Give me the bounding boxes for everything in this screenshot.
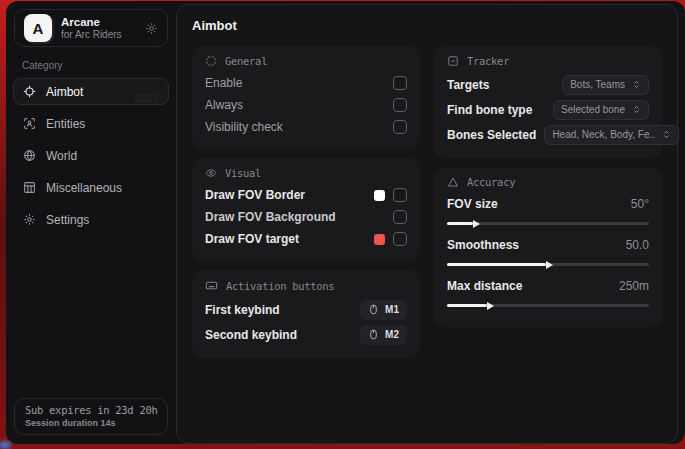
sidebar-item-label: Entities (46, 117, 85, 131)
entity-scan-icon (23, 117, 36, 130)
tracker-card: Tracker Targets Bots, Teams (434, 46, 662, 158)
setting-label: Second keybind (205, 328, 297, 342)
bones-selected-dropdown[interactable]: Head, Neck, Body, Fe.. (544, 125, 679, 145)
enable-checkbox[interactable] (393, 76, 407, 90)
mouse-icon (368, 304, 379, 315)
fov-target-checkbox[interactable] (393, 232, 407, 246)
sidebar-item-aimbot[interactable]: Aimbot (13, 78, 169, 105)
general-card: General Enable Always Visibility check (192, 46, 420, 149)
fov-target-color-swatch[interactable] (374, 234, 385, 245)
slider-fill (447, 222, 473, 225)
mouse-icon (368, 329, 379, 340)
sidebar: A Arcane for Arc Riders Category (6, 1, 176, 444)
slider-value: 50° (631, 197, 649, 211)
setting-label: Targets (447, 78, 489, 92)
setting-row-first-keybind: First keybind M1 (205, 297, 407, 322)
dashed-box-icon (205, 55, 217, 67)
sidebar-item-label: World (46, 149, 77, 163)
setting-row-fov-target: Draw FOV target (205, 228, 407, 250)
slider-group-max-distance: Max distance 250m (447, 275, 649, 307)
card-title: Visual (225, 167, 261, 179)
card-title: Activation buttons (226, 280, 334, 292)
dropdown-value: Head, Neck, Body, Fe.. (552, 129, 655, 140)
eye-icon (205, 167, 217, 179)
background-glint (0, 442, 10, 448)
setting-row-targets: Targets Bots, Teams (447, 72, 649, 97)
page-title: Aimbot (192, 18, 662, 33)
card-title: Accuracy (467, 176, 515, 188)
find-bone-type-dropdown[interactable]: Selected bone (553, 100, 649, 120)
smoothness-slider[interactable] (447, 263, 649, 266)
subscription-info-card: Sub expires in 23d 20h Session duration … (14, 398, 168, 435)
setting-row-find-bone-type: Find bone type Selected bone (447, 97, 649, 122)
keybind-value: M1 (385, 304, 399, 315)
scan-box-icon (447, 55, 459, 67)
first-keybind-button[interactable]: M1 (360, 300, 407, 320)
targets-dropdown[interactable]: Bots, Teams (562, 75, 649, 95)
crosshair-icon (23, 85, 36, 98)
setting-label: Always (205, 98, 243, 112)
setting-row-always: Always (205, 94, 407, 116)
fov-border-color-swatch[interactable] (374, 190, 385, 201)
expand-arrows-icon (632, 105, 641, 114)
app-title-block: Arcane for Arc Riders (61, 15, 122, 42)
slider-value: 250m (619, 279, 649, 293)
keyboard-icon (205, 279, 218, 292)
slider-group-fov-size: FOV size 50° (447, 193, 649, 225)
second-keybind-button[interactable]: M2 (360, 325, 407, 345)
app-window: A Arcane for Arc Riders Category (6, 1, 685, 444)
slider-group-smoothness: Smoothness 50.0 (447, 234, 649, 266)
globe-icon (23, 149, 36, 162)
sidebar-item-label: Aimbot (46, 85, 83, 99)
slider-fill (447, 263, 546, 266)
app-logo: A (24, 14, 52, 42)
session-duration-text: Session duration 14s (25, 418, 157, 428)
right-column: Tracker Targets Bots, Teams (434, 46, 662, 358)
gear-icon (23, 213, 36, 226)
sidebar-item-miscellaneous[interactable]: Miscellaneous (13, 174, 169, 201)
setting-label: Visibility check (205, 120, 283, 134)
fov-size-slider[interactable] (447, 222, 649, 225)
keybind-value: M2 (385, 329, 399, 340)
expand-arrows-icon (662, 130, 671, 139)
setting-label: Smoothness (447, 238, 519, 252)
setting-row-enable: Enable (205, 72, 407, 94)
sidebar-nav: Aimbot Entities (6, 78, 176, 233)
always-checkbox[interactable] (393, 98, 407, 112)
dropdown-value: Selected bone (561, 104, 625, 115)
setting-label: Find bone type (447, 103, 532, 117)
app-header-card: A Arcane for Arc Riders (14, 9, 168, 47)
category-label: Category (22, 60, 160, 71)
sidebar-item-settings[interactable]: Settings (13, 206, 169, 233)
sidebar-item-label: Settings (46, 213, 89, 227)
setting-label: First keybind (205, 303, 280, 317)
sidebar-item-entities[interactable]: Entities (13, 110, 169, 137)
app-name: Arcane (61, 15, 122, 29)
main-panel: Aimbot General Enable (176, 4, 678, 444)
fov-border-checkbox[interactable] (393, 188, 407, 202)
fov-background-checkbox[interactable] (393, 210, 407, 224)
card-title: General (225, 55, 267, 67)
card-title: Tracker (467, 55, 509, 67)
setting-row-second-keybind: Second keybind M2 (205, 322, 407, 347)
setting-label: FOV size (447, 197, 498, 211)
slider-value: 50.0 (626, 238, 649, 252)
sidebar-item-world[interactable]: World (13, 142, 169, 169)
grid-table-icon (23, 181, 36, 194)
visibility-check-checkbox[interactable] (393, 120, 407, 134)
app-subtitle: for Arc Riders (61, 29, 122, 42)
sub-expiry-text: Sub expires in 23d 20h (25, 404, 157, 416)
setting-row-visibility-check: Visibility check (205, 116, 407, 138)
left-column: General Enable Always Visibility check (192, 46, 420, 358)
setting-label: Draw FOV Border (205, 188, 305, 202)
setting-label: Draw FOV target (205, 232, 299, 246)
setting-row-bones-selected: Bones Selected Head, Neck, Body, Fe.. (447, 122, 649, 147)
slider-fill (447, 304, 487, 307)
setting-label: Max distance (447, 279, 522, 293)
gear-icon[interactable] (145, 22, 158, 35)
dropdown-value: Bots, Teams (570, 79, 625, 90)
triangle-icon (447, 176, 459, 188)
keybind-hint-badge (134, 94, 158, 102)
sidebar-item-label: Miscellaneous (46, 181, 122, 195)
max-distance-slider[interactable] (447, 304, 649, 307)
